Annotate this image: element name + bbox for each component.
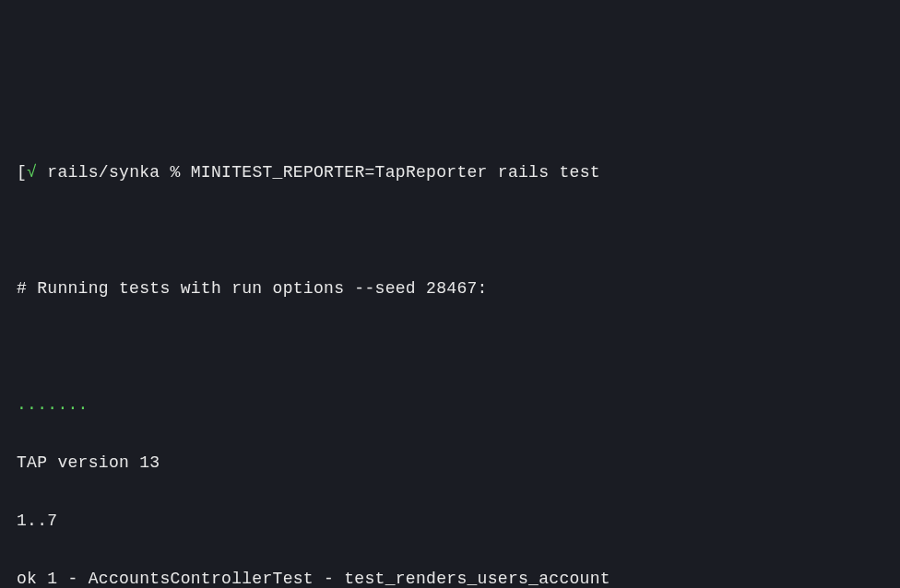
prompt-path: rails/synka [37,163,160,182]
tap-plan: 1..7 [17,507,883,536]
prompt-percent: % [160,163,190,182]
prompt-check-icon: √ [27,163,37,182]
prompt-line: [√ rails/synka % MINITEST_REPORTER=TapRe… [17,159,883,188]
prompt-command[interactable]: MINITEST_REPORTER=TapReporter rails test [191,163,600,182]
blank-line [17,217,883,246]
progress-dots: ....... [17,391,883,420]
terminal-output: [√ rails/synka % MINITEST_REPORTER=TapRe… [17,129,883,588]
running-line: # Running tests with run options --seed … [17,275,883,304]
blank-line [17,333,883,362]
tap-version: TAP version 13 [17,449,883,478]
prompt-bracket: [ [17,163,27,182]
test-result: ok 1 - AccountsControllerTest - test_ren… [17,565,883,589]
